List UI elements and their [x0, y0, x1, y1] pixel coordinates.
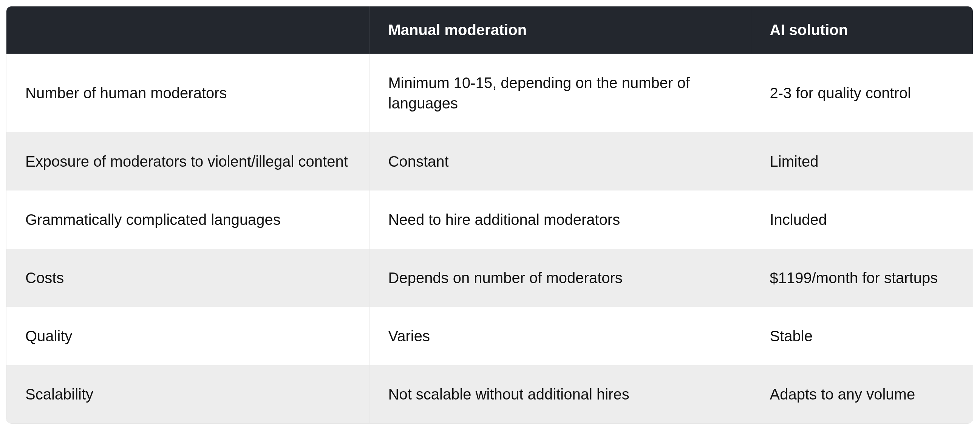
cell-manual: Constant	[369, 132, 751, 191]
table-row: Number of human moderators Minimum 10-15…	[6, 54, 973, 132]
row-label: Number of human moderators	[6, 54, 369, 132]
table-row: Costs Depends on number of moderators $1…	[6, 249, 973, 307]
cell-ai: $1199/month for startups	[751, 249, 973, 307]
table-row: Grammatically complicated languages Need…	[6, 191, 973, 249]
cell-ai: Adapts to any volume	[751, 365, 973, 423]
cell-ai: Included	[751, 191, 973, 249]
header-empty	[6, 6, 369, 54]
cell-manual: Minimum 10-15, depending on the number o…	[369, 54, 751, 132]
row-label: Quality	[6, 307, 369, 365]
table-row: Quality Varies Stable	[6, 307, 973, 365]
row-label: Exposure of moderators to violent/illega…	[6, 132, 369, 191]
header-manual-moderation: Manual moderation	[369, 6, 751, 54]
cell-manual: Varies	[369, 307, 751, 365]
table: Manual moderation AI solution Number of …	[6, 6, 973, 423]
row-label: Grammatically complicated languages	[6, 191, 369, 249]
cell-manual: Depends on number of moderators	[369, 249, 751, 307]
row-label: Costs	[6, 249, 369, 307]
comparison-table: Manual moderation AI solution Number of …	[6, 6, 973, 424]
table-header-row: Manual moderation AI solution	[6, 6, 973, 54]
cell-manual: Need to hire additional moderators	[369, 191, 751, 249]
cell-ai: Limited	[751, 132, 973, 191]
table-row: Scalability Not scalable without additio…	[6, 365, 973, 423]
cell-ai: Stable	[751, 307, 973, 365]
cell-manual: Not scalable without additional hires	[369, 365, 751, 423]
header-ai-solution: AI solution	[751, 6, 973, 54]
cell-ai: 2-3 for quality control	[751, 54, 973, 132]
table-row: Exposure of moderators to violent/illega…	[6, 132, 973, 191]
row-label: Scalability	[6, 365, 369, 423]
